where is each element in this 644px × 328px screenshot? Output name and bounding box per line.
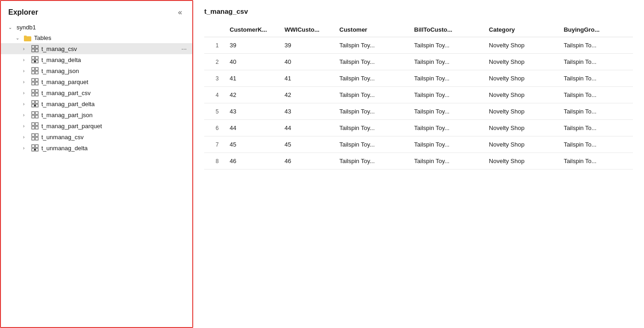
cell-wwicustomer: 44 bbox=[279, 120, 334, 136]
chevron-right-icon: › bbox=[23, 146, 31, 151]
col-header-category[interactable]: Category bbox=[483, 23, 558, 37]
cell-customer: Tailspin Toy... bbox=[334, 136, 409, 153]
tree-item-syndb1[interactable]: ⌄ syndb1 bbox=[1, 22, 192, 33]
cell-wwicustomer: 46 bbox=[279, 153, 334, 170]
cell-wwicustomer: 43 bbox=[279, 103, 334, 120]
col-header-customerkey[interactable]: CustomerK... bbox=[224, 23, 279, 37]
cell-buyinggroup: Tailspin To... bbox=[558, 37, 633, 54]
cell-rownum: 5 bbox=[204, 103, 224, 120]
cell-rownum: 2 bbox=[204, 54, 224, 70]
table-title: t_manag_csv bbox=[204, 7, 633, 15]
tree-item-label: syndb1 bbox=[17, 24, 189, 31]
tree-item-label: Tables bbox=[34, 34, 189, 41]
chevron-right-icon: › bbox=[23, 46, 31, 51]
svg-rect-24 bbox=[32, 101, 34, 103]
cell-buyinggroup: Tailspin To... bbox=[558, 87, 633, 103]
tree-item-label: t_manag_part_parquet bbox=[41, 123, 189, 130]
table-row: 3 41 41 Tailspin Toy... Tailspin Toy... … bbox=[204, 70, 633, 87]
cell-category: Novelty Shop bbox=[483, 70, 558, 87]
tree-item-t-manag-part-delta[interactable]: › t_manag_part_delta bbox=[1, 98, 192, 109]
table-row: 6 44 44 Tailspin Toy... Tailspin Toy... … bbox=[204, 120, 633, 136]
table-header-row: CustomerK... WWICusto... Customer BillTo… bbox=[204, 23, 633, 37]
svg-rect-18 bbox=[32, 82, 34, 85]
cell-rownum: 1 bbox=[204, 37, 224, 54]
svg-rect-35 bbox=[32, 126, 34, 129]
svg-rect-14 bbox=[32, 71, 34, 74]
tree-item-t-manag-delta[interactable]: › t_manag_delta bbox=[1, 54, 192, 65]
grid-table-icon bbox=[31, 45, 39, 52]
svg-rect-19 bbox=[35, 82, 38, 85]
cell-billtocustomer: Tailspin Toy... bbox=[408, 103, 483, 120]
chevron-down-icon: ⌄ bbox=[8, 25, 17, 30]
tree-item-t-manag-part-parquet[interactable]: › t_manag_part_parquet bbox=[1, 120, 192, 131]
cell-billtocustomer: Tailspin Toy... bbox=[408, 70, 483, 87]
grid-table-icon bbox=[31, 133, 39, 141]
grid-table-icon bbox=[31, 67, 39, 74]
cell-customer: Tailspin Toy... bbox=[334, 37, 409, 54]
tree-item-label: t_manag_part_delta bbox=[41, 101, 189, 107]
chevron-right-icon: › bbox=[23, 135, 31, 140]
grid-table-icon bbox=[31, 78, 39, 85]
tree-item-t-manag-csv[interactable]: › t_manag_csv ··· bbox=[1, 43, 192, 54]
data-table: CustomerK... WWICusto... Customer BillTo… bbox=[204, 23, 633, 170]
chevron-right-icon: › bbox=[23, 57, 31, 62]
cell-customerkey: 45 bbox=[224, 136, 279, 153]
cell-rownum: 8 bbox=[204, 153, 224, 170]
svg-rect-30 bbox=[35, 112, 38, 114]
cell-buyinggroup: Tailspin To... bbox=[558, 153, 633, 170]
col-header-rownum bbox=[204, 23, 224, 37]
col-header-billtocustomer[interactable]: BillToCusto... bbox=[408, 23, 483, 37]
cell-customer: Tailspin Toy... bbox=[334, 87, 409, 103]
svg-rect-15 bbox=[35, 71, 38, 74]
tree-item-t-manag-part-json[interactable]: › t_manag_part_json bbox=[1, 109, 192, 120]
svg-rect-42 bbox=[35, 145, 38, 147]
col-header-customer[interactable]: Customer bbox=[334, 23, 409, 37]
chevron-right-icon: › bbox=[23, 90, 31, 96]
cell-category: Novelty Shop bbox=[483, 120, 558, 136]
cell-category: Novelty Shop bbox=[483, 103, 558, 120]
cell-customer: Tailspin Toy... bbox=[334, 54, 409, 70]
svg-marker-45 bbox=[34, 148, 36, 150]
cell-rownum: 7 bbox=[204, 136, 224, 153]
svg-rect-2 bbox=[24, 35, 27, 37]
cell-customer: Tailspin Toy... bbox=[334, 70, 409, 87]
data-table-wrapper[interactable]: CustomerK... WWICusto... Customer BillTo… bbox=[204, 23, 633, 328]
cell-buyinggroup: Tailspin To... bbox=[558, 103, 633, 120]
tree-item-t-manag-json[interactable]: › t_manag_json bbox=[1, 65, 192, 76]
chevron-right-icon: › bbox=[23, 102, 31, 107]
delta-table-icon bbox=[31, 100, 39, 107]
svg-rect-23 bbox=[35, 93, 38, 96]
svg-rect-8 bbox=[35, 57, 38, 59]
more-options-button[interactable]: ··· bbox=[179, 45, 189, 52]
sidebar-header: Explorer « bbox=[1, 1, 192, 22]
chevron-right-icon: › bbox=[23, 124, 31, 129]
cell-wwicustomer: 45 bbox=[279, 136, 334, 153]
tree-item-label: t_manag_parquet bbox=[41, 79, 189, 85]
cell-category: Novelty Shop bbox=[483, 136, 558, 153]
tree-item-t-unmanag-delta[interactable]: › t_unmanag_delta bbox=[1, 142, 192, 153]
svg-rect-41 bbox=[32, 145, 34, 147]
svg-rect-7 bbox=[32, 57, 34, 59]
tree-item-label: t_manag_json bbox=[41, 68, 189, 74]
svg-rect-25 bbox=[35, 101, 38, 103]
cell-customerkey: 43 bbox=[224, 103, 279, 120]
cell-customerkey: 41 bbox=[224, 70, 279, 87]
tree-item-label: t_unmanag_csv bbox=[41, 134, 189, 141]
tree-item-tables[interactable]: ⌄ Tables bbox=[1, 33, 192, 43]
svg-rect-6 bbox=[35, 49, 38, 52]
col-header-wwicustomer[interactable]: WWICusto... bbox=[279, 23, 334, 37]
cell-customer: Tailspin Toy... bbox=[334, 120, 409, 136]
cell-customerkey: 44 bbox=[224, 120, 279, 136]
collapse-button[interactable]: « bbox=[175, 7, 185, 17]
svg-marker-11 bbox=[34, 60, 36, 62]
cell-customerkey: 39 bbox=[224, 37, 279, 54]
tree-item-label: t_manag_delta bbox=[41, 57, 189, 63]
col-header-buyinggroup[interactable]: BuyingGro... bbox=[558, 23, 633, 37]
tree-item-t-manag-part-csv[interactable]: › t_manag_part_csv bbox=[1, 87, 192, 98]
svg-rect-20 bbox=[32, 90, 34, 92]
tree-item-t-manag-parquet[interactable]: › t_manag_parquet bbox=[1, 76, 192, 87]
cell-wwicustomer: 42 bbox=[279, 87, 334, 103]
tree-item-t-unmanag-csv[interactable]: › t_unmanag_csv bbox=[1, 131, 192, 142]
svg-rect-3 bbox=[32, 45, 34, 48]
cell-rownum: 4 bbox=[204, 87, 224, 103]
